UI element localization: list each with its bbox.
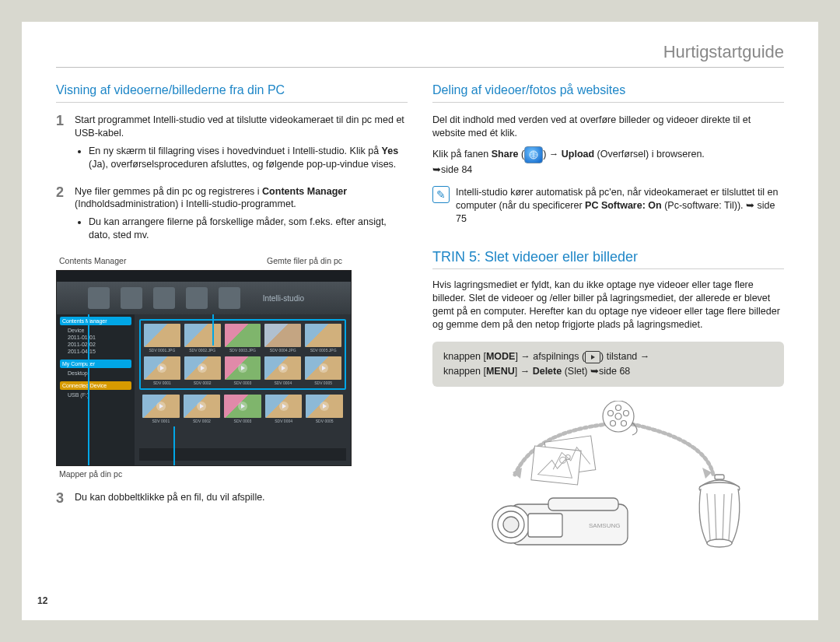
thumbnail bbox=[142, 395, 180, 418]
share-globe-icon bbox=[524, 146, 543, 163]
toolbar-icon bbox=[219, 287, 240, 309]
sidebar-item: Desktop bbox=[60, 370, 131, 377]
svg-rect-11 bbox=[531, 446, 581, 485]
svg-point-9 bbox=[608, 410, 614, 416]
callout-line bbox=[173, 426, 175, 466]
thumbnail bbox=[184, 324, 221, 347]
sidebar-item: 2011-02-02 bbox=[60, 341, 131, 348]
toolbar-icon bbox=[153, 287, 175, 309]
step-number: 3 bbox=[56, 491, 67, 505]
svg-point-4 bbox=[615, 413, 621, 419]
svg-rect-15 bbox=[548, 498, 618, 510]
left-column: Visning af videoerne/billederne fra din … bbox=[56, 83, 408, 556]
screenshot-top-labels: Contents Manager Gemte filer på din pc bbox=[59, 256, 404, 265]
thumbnail bbox=[225, 356, 261, 380]
step-number: 1 bbox=[56, 114, 67, 176]
share-instruction: Klik på fanen Share () → Upload (Overfør… bbox=[432, 146, 784, 177]
label-contents-manager: Contents Manager bbox=[59, 256, 126, 265]
thumbnail bbox=[305, 324, 341, 347]
label-saved-files: Gemte filer på din pc bbox=[267, 256, 342, 265]
sidebar-mycomputer-header: My Computer bbox=[60, 360, 131, 368]
sidebar-item: USB (F:) bbox=[60, 391, 131, 398]
callout-line bbox=[212, 314, 214, 346]
section-title-trin5: TRIN 5: Slet videoer eller billeder bbox=[432, 249, 784, 269]
step2-bullet: Du kan arrangere filerne på forskellige … bbox=[89, 216, 408, 242]
sidebar-connected-header: Connected Device bbox=[60, 381, 131, 390]
thumbnail bbox=[184, 395, 221, 418]
manual-page: Hurtigstartguide Visning af videoerne/bi… bbox=[22, 22, 818, 620]
info-note: ✎ Intelli-studio kører automatisk på pc'… bbox=[432, 186, 784, 226]
sidebar-contents-header: Contents Manager bbox=[60, 317, 131, 325]
thumbnail bbox=[224, 395, 261, 418]
button-sequence-box: knappen [MODE] → afspilnings () tilstand… bbox=[432, 342, 784, 387]
step-1: 1 Start programmet Intelli-studio ved at… bbox=[56, 114, 408, 176]
thumbnail bbox=[225, 324, 261, 347]
step-number: 2 bbox=[56, 185, 67, 247]
intelli-studio-screenshot: Intelli-studio Contents Manager Device 2… bbox=[56, 270, 352, 466]
toolbar-icon bbox=[186, 287, 208, 309]
callout-line bbox=[88, 314, 89, 466]
two-column-layout: Visning af videoerne/billederne fra din … bbox=[56, 83, 784, 556]
app-content-area: SDV 0001.JPG SDV 0002.JPG SDV 0003.JPG S… bbox=[135, 314, 351, 465]
svg-point-22 bbox=[707, 539, 732, 547]
thumbnail bbox=[305, 356, 341, 380]
page-number: 12 bbox=[37, 595, 47, 606]
sidebar-item: Device bbox=[60, 327, 131, 334]
svg-point-8 bbox=[611, 420, 616, 426]
app-logo-text: Intelli-studio bbox=[263, 294, 320, 303]
step-2: 2 Nye filer gemmes på din pc og registre… bbox=[56, 185, 408, 247]
app-sidebar: Contents Manager Device 2011-01-01 2011-… bbox=[57, 314, 135, 465]
svg-rect-19 bbox=[528, 514, 562, 537]
svg-rect-23 bbox=[715, 475, 724, 479]
thumbnail bbox=[144, 324, 180, 347]
svg-point-6 bbox=[624, 410, 629, 416]
steps-list-cont: 3 Du kan dobbeltklikke på en fil, du vil… bbox=[56, 491, 408, 505]
step1-text: Start programmet Intelli-studio ved at t… bbox=[75, 114, 404, 139]
sidebar-item: 2011-01-01 bbox=[60, 334, 131, 341]
page-header: Hurtigstartguide bbox=[56, 42, 784, 68]
thumbnail bbox=[306, 395, 343, 418]
section-title-sharing: Deling af videoer/fotos på websites bbox=[432, 83, 784, 103]
section-title-viewing: Visning af videoerne/billederne fra din … bbox=[56, 83, 408, 103]
app-titlebar bbox=[57, 271, 351, 282]
thumbnail bbox=[264, 324, 301, 347]
svg-point-7 bbox=[621, 420, 627, 426]
right-column: Deling af videoer/fotos på websites Del … bbox=[432, 83, 784, 556]
steps-list: 1 Start programmet Intelli-studio ved at… bbox=[56, 114, 408, 247]
thumbnail bbox=[265, 395, 303, 418]
sharing-paragraph: Del dit indhold med verden ved at overfø… bbox=[432, 114, 784, 140]
step-3: 3 Du kan dobbeltklikke på en fil, du vil… bbox=[56, 491, 408, 505]
trin5-body: Hvis lagringsmediet er fyldt, kan du ikk… bbox=[432, 279, 784, 332]
playback-icon bbox=[585, 351, 600, 363]
svg-point-18 bbox=[503, 517, 519, 532]
thumbnail bbox=[264, 356, 301, 380]
label-folders: Mapper på din pc bbox=[59, 469, 408, 479]
toolbar-icon bbox=[121, 287, 142, 309]
info-icon: ✎ bbox=[432, 186, 450, 203]
app-toolbar: Intelli-studio bbox=[57, 282, 351, 314]
thumbnail bbox=[144, 356, 180, 380]
thumbnail bbox=[184, 356, 221, 380]
svg-text:SAMSUNG: SAMSUNG bbox=[589, 522, 620, 529]
step3-text: Du kan dobbeltklikke på en fil, du vil a… bbox=[75, 491, 265, 505]
svg-point-5 bbox=[616, 405, 621, 410]
app-bottombar bbox=[139, 448, 346, 461]
thumbs-top: SDV 0001.JPG SDV 0002.JPG SDV 0003.JPG S… bbox=[139, 319, 346, 390]
sidebar-item: 2011-04-15 bbox=[60, 348, 131, 355]
toolbar-icon bbox=[88, 287, 110, 309]
thumbs-bottom: SDV 0001 SDV 0002 SDV 0003 SDV 0004 SDV … bbox=[139, 395, 346, 426]
step1-bullet: En ny skærm til fillagring vises i hoved… bbox=[89, 145, 408, 171]
delete-illustration: SAMSUNG bbox=[432, 401, 784, 556]
